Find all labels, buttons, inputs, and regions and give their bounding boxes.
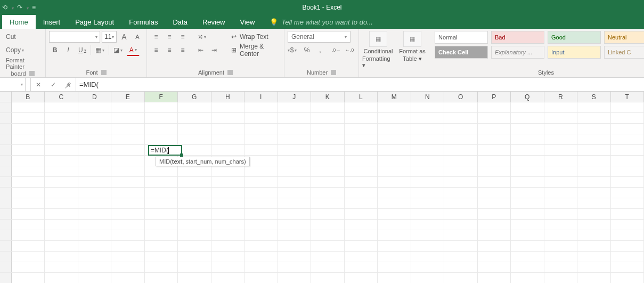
cell[interactable] bbox=[12, 198, 45, 208]
cell[interactable] bbox=[577, 220, 611, 230]
cell[interactable] bbox=[311, 220, 345, 230]
bold-button[interactable]: B bbox=[49, 44, 61, 56]
cut-button[interactable]: Cut bbox=[3, 31, 44, 43]
style-normal[interactable]: Normal bbox=[435, 31, 488, 44]
cell[interactable] bbox=[145, 177, 178, 187]
column-header[interactable]: P bbox=[478, 92, 511, 102]
cell[interactable] bbox=[478, 102, 511, 112]
cell[interactable] bbox=[411, 198, 445, 208]
cell[interactable] bbox=[78, 124, 112, 134]
cell[interactable] bbox=[178, 252, 211, 262]
cell[interactable] bbox=[145, 188, 178, 198]
wrap-text-button[interactable]: ↩ Wrap Text bbox=[229, 31, 292, 43]
cell[interactable] bbox=[411, 262, 445, 272]
cell[interactable] bbox=[478, 262, 511, 272]
borders-button[interactable]: ▦ bbox=[93, 44, 107, 56]
cell[interactable] bbox=[444, 177, 478, 187]
increase-font-size-button[interactable]: A bbox=[118, 31, 130, 43]
cell[interactable] bbox=[178, 230, 211, 240]
column-header[interactable]: G bbox=[178, 92, 211, 102]
cell[interactable] bbox=[345, 209, 378, 219]
redo-icon[interactable]: ↷ bbox=[17, 4, 22, 11]
cell[interactable] bbox=[244, 273, 278, 283]
cell[interactable] bbox=[478, 198, 511, 208]
cell[interactable] bbox=[611, 230, 645, 240]
cell[interactable] bbox=[111, 145, 145, 155]
cell[interactable] bbox=[345, 156, 378, 166]
column-header[interactable]: L bbox=[345, 92, 378, 102]
cell[interactable] bbox=[544, 209, 578, 219]
style-good[interactable]: Good bbox=[548, 31, 601, 44]
cancel-formula-button[interactable]: ✕ bbox=[31, 78, 46, 91]
cell[interactable] bbox=[511, 209, 544, 219]
cell[interactable] bbox=[311, 102, 345, 112]
cell[interactable] bbox=[444, 156, 478, 166]
cell[interactable] bbox=[145, 262, 178, 272]
align-bottom-button[interactable]: ≡ bbox=[177, 31, 189, 43]
cell[interactable] bbox=[278, 177, 312, 187]
comma-button[interactable]: , bbox=[314, 44, 326, 56]
cell[interactable] bbox=[478, 166, 511, 176]
row-header[interactable] bbox=[0, 220, 12, 230]
cell[interactable] bbox=[378, 124, 411, 134]
column-header[interactable]: E bbox=[111, 92, 145, 102]
cell[interactable] bbox=[145, 102, 178, 112]
tab-home[interactable]: Home bbox=[2, 15, 36, 29]
undo-icon[interactable]: ⟲ bbox=[2, 4, 7, 11]
cell[interactable] bbox=[12, 262, 45, 272]
row-header[interactable] bbox=[0, 273, 12, 283]
cell[interactable] bbox=[278, 145, 312, 155]
cell[interactable] bbox=[78, 220, 112, 230]
cell[interactable] bbox=[45, 145, 78, 155]
cell[interactable] bbox=[311, 252, 345, 262]
cell[interactable] bbox=[345, 241, 378, 251]
cell[interactable] bbox=[78, 102, 112, 112]
cell[interactable] bbox=[411, 166, 445, 176]
cell[interactable] bbox=[611, 188, 645, 198]
cell[interactable] bbox=[78, 230, 112, 240]
row-header[interactable] bbox=[0, 102, 12, 112]
cell[interactable] bbox=[244, 209, 278, 219]
name-box[interactable] bbox=[0, 78, 26, 91]
cell[interactable] bbox=[444, 145, 478, 155]
cell[interactable] bbox=[12, 166, 45, 176]
clipboard-dialog-launcher-icon[interactable] bbox=[29, 71, 35, 76]
cell[interactable] bbox=[244, 145, 278, 155]
cell[interactable] bbox=[211, 113, 245, 123]
font-dialog-launcher-icon[interactable] bbox=[101, 70, 107, 75]
font-size-combo[interactable]: 11 bbox=[102, 31, 117, 43]
cell[interactable] bbox=[577, 134, 611, 144]
cell[interactable] bbox=[577, 113, 611, 123]
active-cell[interactable]: =MID( bbox=[148, 145, 182, 156]
cell[interactable] bbox=[544, 188, 578, 198]
cell[interactable] bbox=[278, 209, 312, 219]
tab-formulas[interactable]: Formulas bbox=[121, 15, 165, 29]
cell[interactable] bbox=[478, 252, 511, 262]
cell[interactable] bbox=[278, 188, 312, 198]
cell[interactable] bbox=[311, 113, 345, 123]
cell[interactable] bbox=[444, 198, 478, 208]
cell[interactable] bbox=[611, 102, 645, 112]
cell[interactable] bbox=[12, 188, 45, 198]
cell[interactable] bbox=[544, 273, 578, 283]
row-header[interactable] bbox=[0, 145, 12, 155]
cell[interactable] bbox=[145, 241, 178, 251]
cell[interactable] bbox=[45, 230, 78, 240]
cell[interactable] bbox=[211, 177, 245, 187]
cell[interactable] bbox=[244, 102, 278, 112]
cell[interactable] bbox=[211, 188, 245, 198]
cell[interactable] bbox=[45, 134, 78, 144]
cell[interactable] bbox=[178, 102, 211, 112]
cell[interactable] bbox=[544, 113, 578, 123]
cell[interactable] bbox=[511, 198, 544, 208]
worksheet[interactable]: BCDEFGHIJKLMNOPQRST =MID( MID(text, star… bbox=[0, 92, 644, 283]
tab-data[interactable]: Data bbox=[165, 15, 194, 29]
cell[interactable] bbox=[378, 156, 411, 166]
cell[interactable] bbox=[544, 220, 578, 230]
cell[interactable] bbox=[145, 273, 178, 283]
cell[interactable] bbox=[611, 220, 645, 230]
cell[interactable] bbox=[577, 230, 611, 240]
cell[interactable] bbox=[244, 252, 278, 262]
column-header[interactable]: R bbox=[544, 92, 578, 102]
decrease-decimal-button[interactable]: ←.0 bbox=[344, 44, 355, 56]
